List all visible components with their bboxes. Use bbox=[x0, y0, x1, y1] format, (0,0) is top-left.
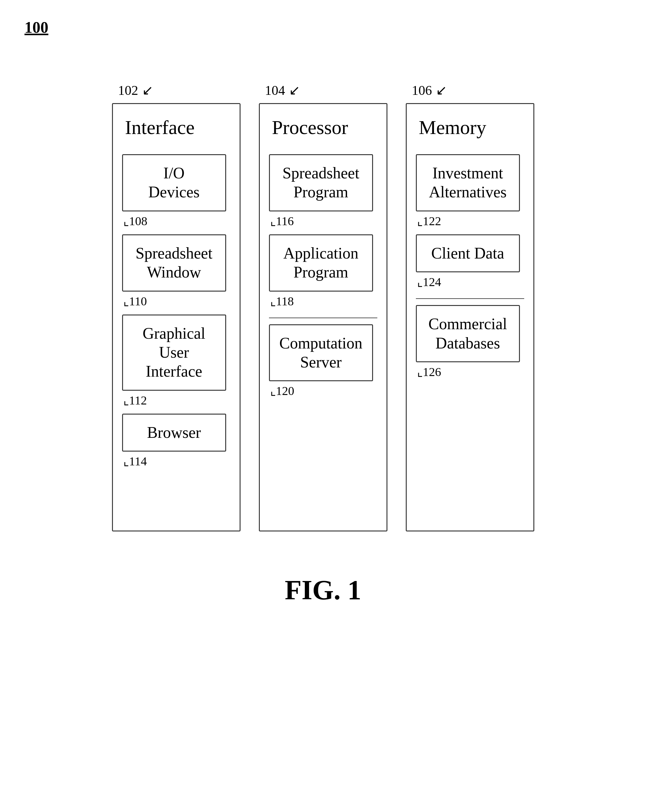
processor-outer-box: Processor SpreadsheetProgram ⌞116 Applic… bbox=[259, 103, 388, 531]
commercial-databases-box: CommercialDatabases bbox=[416, 305, 520, 362]
figure-caption: FIG. 1 bbox=[24, 574, 622, 606]
application-program-ref-row: ⌞118 bbox=[269, 294, 294, 308]
client-data-box: Client Data bbox=[416, 234, 520, 272]
memory-label-row: 106 ↙ bbox=[406, 82, 534, 98]
gui-ref-row: ⌞112 bbox=[122, 393, 147, 408]
processor-label-row: 104 ↙ bbox=[259, 82, 388, 98]
browser-ref: ⌞114 bbox=[123, 454, 147, 469]
investment-alternatives-box: InvestmentAlternatives bbox=[416, 154, 520, 211]
computation-server-ref-row: ⌞120 bbox=[269, 384, 295, 398]
client-data-wrapper: Client Data ⌞124 bbox=[416, 234, 524, 289]
memory-ref: 106 bbox=[412, 82, 432, 98]
browser-wrapper: Browser ⌞114 bbox=[122, 414, 231, 469]
spreadsheet-program-wrapper: SpreadsheetProgram ⌞116 bbox=[269, 154, 377, 228]
io-devices-ref: ⌞108 bbox=[123, 214, 148, 228]
interface-column: 102 ↙ Interface I/ODevices ⌞108 Spreadsh… bbox=[112, 82, 241, 531]
gui-ref: ⌞112 bbox=[123, 393, 147, 408]
spreadsheet-window-box: SpreadsheetWindow bbox=[122, 234, 226, 292]
application-program-box: ApplicationProgram bbox=[269, 234, 373, 292]
spreadsheet-program-ref-row: ⌞116 bbox=[269, 214, 294, 228]
spreadsheet-program-box: SpreadsheetProgram bbox=[269, 154, 373, 211]
client-data-ref-row: ⌞124 bbox=[416, 275, 441, 289]
commercial-databases-ref: ⌞126 bbox=[417, 365, 441, 379]
application-program-ref: ⌞118 bbox=[270, 294, 294, 308]
computation-server-ref: ⌞120 bbox=[270, 384, 295, 398]
io-devices-box: I/ODevices bbox=[122, 154, 226, 211]
investment-alternatives-ref-row: ⌞122 bbox=[416, 214, 441, 228]
investment-alternatives-ref: ⌞122 bbox=[417, 214, 441, 228]
gui-wrapper: GraphicalUserInterface ⌞112 bbox=[122, 314, 231, 408]
spreadsheet-window-ref: ⌞110 bbox=[123, 294, 147, 308]
interface-title: Interface bbox=[122, 116, 195, 139]
browser-box: Browser bbox=[122, 414, 226, 452]
io-devices-ref-row: ⌞108 bbox=[122, 214, 148, 228]
memory-column: 106 ↙ Memory InvestmentAlternatives ⌞122… bbox=[406, 82, 534, 531]
spreadsheet-window-wrapper: SpreadsheetWindow ⌞110 bbox=[122, 234, 231, 308]
memory-divider bbox=[416, 298, 524, 299]
client-data-ref: ⌞124 bbox=[417, 275, 441, 289]
spreadsheet-program-ref: ⌞116 bbox=[270, 214, 294, 228]
commercial-databases-wrapper: CommercialDatabases ⌞126 bbox=[416, 305, 524, 379]
memory-title: Memory bbox=[416, 116, 486, 139]
page: 100 102 ↙ Interface I/ODevices ⌞108 Spre… bbox=[0, 0, 646, 812]
processor-ref: 104 bbox=[265, 82, 285, 98]
gui-box: GraphicalUserInterface bbox=[122, 314, 226, 391]
spreadsheet-window-ref-row: ⌞110 bbox=[122, 294, 147, 308]
processor-arrow: ↙ bbox=[289, 82, 300, 98]
interface-arrow: ↙ bbox=[142, 82, 153, 98]
commercial-databases-ref-row: ⌞126 bbox=[416, 365, 441, 379]
memory-outer-box: Memory InvestmentAlternatives ⌞122 Clien… bbox=[406, 103, 534, 531]
processor-divider bbox=[269, 317, 377, 318]
diagram-area: 102 ↙ Interface I/ODevices ⌞108 Spreadsh… bbox=[24, 82, 622, 531]
io-devices-wrapper: I/ODevices ⌞108 bbox=[122, 154, 231, 228]
figure-ref-top: 100 bbox=[24, 18, 48, 37]
investment-alternatives-wrapper: InvestmentAlternatives ⌞122 bbox=[416, 154, 524, 228]
processor-title: Processor bbox=[269, 116, 348, 139]
computation-server-wrapper: ComputationServer ⌞120 bbox=[269, 324, 377, 398]
computation-server-box: ComputationServer bbox=[269, 324, 373, 382]
interface-outer-box: Interface I/ODevices ⌞108 SpreadsheetWin… bbox=[112, 103, 241, 531]
application-program-wrapper: ApplicationProgram ⌞118 bbox=[269, 234, 377, 308]
browser-ref-row: ⌞114 bbox=[122, 454, 147, 469]
memory-arrow: ↙ bbox=[436, 82, 447, 98]
interface-ref: 102 bbox=[118, 82, 138, 98]
processor-column: 104 ↙ Processor SpreadsheetProgram ⌞116 … bbox=[259, 82, 388, 531]
interface-label-row: 102 ↙ bbox=[112, 82, 241, 98]
